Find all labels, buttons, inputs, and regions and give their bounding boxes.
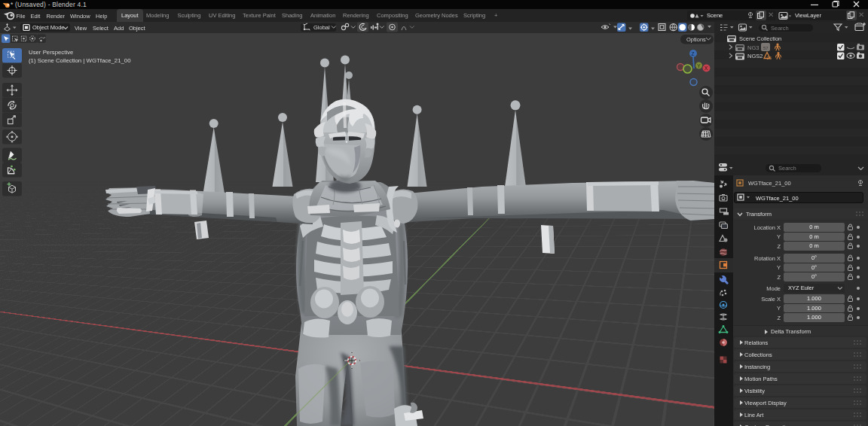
svg-text:Scene Collection: Scene Collection — [739, 35, 781, 42]
svg-text:Z: Z — [692, 51, 695, 56]
svg-text:Global: Global — [313, 24, 330, 31]
svg-text:X: X — [704, 65, 708, 71]
svg-text:NG3: NG3 — [747, 44, 759, 51]
svg-text:26: 26 — [767, 56, 772, 60]
svg-text:Y: Y — [697, 63, 701, 68]
svg-text:Options: Options — [686, 36, 706, 43]
svg-text:NGS2: NGS2 — [747, 53, 763, 59]
svg-text:57: 57 — [763, 46, 769, 50]
